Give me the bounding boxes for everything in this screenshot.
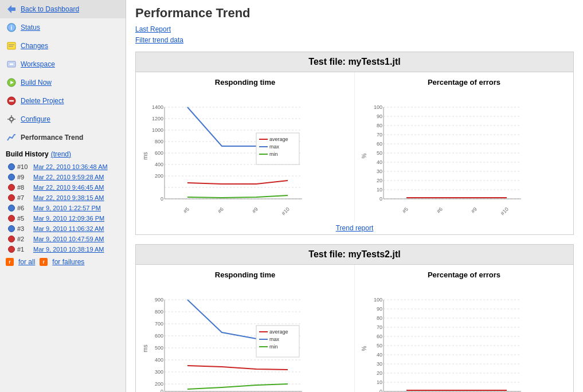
svg-text:400: 400 [155,357,163,363]
page-title: Performance Trend [135,6,574,21]
sidebar-item-delete-project[interactable]: Delete Project [0,92,126,110]
test-section-1-charts: Responding time ms [136,72,573,222]
svg-text:30: 30 [377,361,382,367]
build-history-header: Build History (trend) [0,147,126,162]
sidebar-item-back[interactable]: Back to Dashboard [0,0,126,18]
svg-text:max: max [269,336,280,342]
svg-text:300: 300 [155,369,163,375]
sidebar-item-build-now[interactable]: Build Now [0,73,126,92]
svg-text:20: 20 [377,370,382,376]
build-row: #5Mar 9, 2010 12:09:36 PM [0,213,126,224]
svg-text:ms: ms [142,152,148,160]
build-date-link[interactable]: Mar 22, 2010 9:59:28 AM [33,174,104,181]
test-section-1: Test file: myTests1.jtl Responding time … [135,52,574,235]
svg-text:min: min [269,151,278,157]
svg-text:#6: #6 [217,206,225,214]
test-section-2-charts: Responding time ms [136,265,573,392]
last-report-link[interactable]: Last Report [135,24,574,35]
build-number: #9 [17,174,33,181]
sidebar: Back to Dashboard i Status Changes [0,0,126,392]
performance-trend-icon [6,132,17,143]
sidebar-item-status[interactable]: i Status [0,18,126,37]
svg-text:700: 700 [155,321,163,327]
responding-time-svg-2: ms 900 800 700 [142,283,319,392]
build-number: #1 [17,246,33,253]
rss-row: r for all r for failures [0,254,126,269]
svg-text:max: max [269,144,280,150]
build-status-dot [8,225,15,232]
build-date-link[interactable]: Mar 9, 2010 12:09:36 PM [33,215,104,222]
status-icon: i [6,22,17,33]
svg-text:%: % [361,346,367,351]
svg-text:800: 800 [155,139,163,144]
svg-text:500: 500 [155,345,163,351]
svg-text:0: 0 [161,389,163,392]
svg-text:400: 400 [155,162,163,167]
build-status-dot [8,236,15,242]
test-section-2: Test file: myTests2.jtl Responding time … [135,244,574,392]
build-status-dot [8,215,15,222]
svg-text:average: average [269,136,288,142]
rss-for-failures-link[interactable]: for failures [52,258,84,266]
svg-text:50: 50 [377,343,382,348]
svg-rect-7 [9,63,14,65]
build-date-link[interactable]: Mar 9, 2010 10:47:59 AM [33,236,104,242]
build-row: #6Mar 9, 2010 1:22:57 PM [0,203,126,213]
sidebar-item-performance-trend[interactable]: Performance Trend [0,128,126,147]
svg-text:0: 0 [379,389,382,392]
sidebar-item-configure[interactable]: Configure [0,110,126,128]
svg-text:100: 100 [374,104,382,110]
responding-time-chart-2: Responding time ms [136,265,355,392]
svg-text:min: min [269,344,278,350]
build-status-dot [8,246,15,253]
svg-text:70: 70 [377,324,382,330]
build-number: #6 [17,205,33,211]
sidebar-item-workspace[interactable]: Workspace [0,55,126,73]
build-date-link[interactable]: Mar 22, 2010 9:46:45 AM [33,184,104,191]
errors-svg-1: % 100 9 [361,90,538,216]
test-section-2-header: Test file: myTests2.jtl [136,245,573,265]
build-now-icon [6,77,17,88]
trend-report-link-1[interactable]: Trend report [336,224,374,232]
svg-text:40: 40 [377,352,382,358]
svg-text:#6: #6 [436,206,444,214]
configure-icon [6,113,17,125]
build-date-link[interactable]: Mar 9, 2010 10:38:19 AM [33,246,104,253]
svg-text:60: 60 [377,334,382,339]
svg-text:10: 10 [377,379,382,385]
delete-project-icon [6,95,17,107]
build-date-link[interactable]: Mar 22, 2010 9:38:15 AM [33,194,104,201]
top-links: Last Report Filter trend data [135,24,574,46]
build-number: #7 [17,194,33,201]
changes-icon [6,40,17,52]
build-status-dot [8,184,15,191]
build-row: #3Mar 9, 2010 11:06:32 AM [0,224,126,234]
build-date-link[interactable]: Mar 9, 2010 1:22:57 PM [33,205,101,211]
rss-failures-icon: r [40,258,48,266]
build-row: #9Mar 22, 2010 9:59:28 AM [0,172,126,182]
main-content: Performance Trend Last Report Filter tre… [126,0,583,392]
svg-text:#5: #5 [401,206,409,214]
svg-text:#9: #9 [251,206,259,214]
svg-text:30: 30 [377,168,382,174]
svg-point-12 [10,117,13,121]
rss-for-all-link[interactable]: for all [18,258,35,266]
filter-trend-data-link[interactable]: Filter trend data [135,35,574,46]
build-number: #5 [17,215,33,222]
svg-text:10: 10 [377,187,382,193]
svg-text:60: 60 [377,141,382,147]
svg-text:600: 600 [155,333,163,339]
build-number: #10 [17,163,33,170]
build-history-trend-link[interactable]: (trend) [51,150,71,158]
build-row: #2Mar 9, 2010 10:47:59 AM [0,234,126,244]
build-date-link[interactable]: Mar 22, 2010 10:36:48 AM [33,163,108,170]
svg-text:#10: #10 [280,206,291,216]
workspace-icon [6,58,17,70]
build-status-dot [8,205,15,211]
errors-chart-2: Percentage of errors % [355,265,573,392]
back-icon [6,3,17,15]
svg-text:#10: #10 [499,206,510,216]
sidebar-item-changes[interactable]: Changes [0,37,126,55]
build-date-link[interactable]: Mar 9, 2010 11:06:32 AM [33,225,104,232]
errors-chart-1: Percentage of errors % [355,72,573,222]
